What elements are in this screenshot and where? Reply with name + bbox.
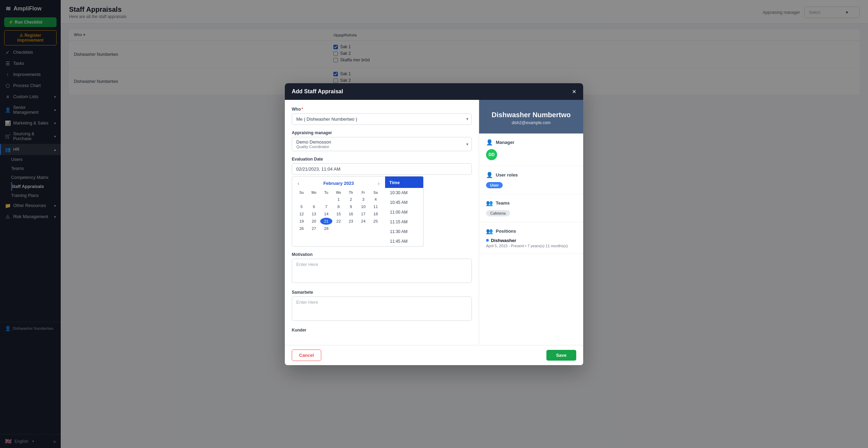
cal-day[interactable]: 18 xyxy=(369,210,382,217)
day-header: Sa xyxy=(369,190,382,196)
cal-day[interactable]: 13 xyxy=(308,210,320,217)
cal-day[interactable]: 27 xyxy=(308,225,320,232)
calendar: ‹ February 2023 › Su Mo Tu We Th Fr xyxy=(292,176,385,246)
who-select[interactable]: Me ( Dishwasher Numbertwo ) ▾ xyxy=(292,113,472,125)
cal-day[interactable]: 23 xyxy=(345,218,357,225)
position-date: April 5, 2015 - Present • 7 years(s) 11 … xyxy=(486,244,576,248)
cal-day-selected[interactable]: 21 xyxy=(320,218,332,225)
manager-section-title: 👤 Manager xyxy=(486,139,576,146)
cal-day[interactable]: 15 xyxy=(333,210,345,217)
cal-day[interactable]: 28 xyxy=(320,225,332,232)
time-item[interactable]: 10:30 AM xyxy=(385,188,423,198)
cal-day[interactable]: 26 xyxy=(296,225,308,232)
motivation-label: Motivation xyxy=(292,252,472,257)
cal-day[interactable]: 20 xyxy=(308,218,320,225)
position-name: Dishwasher xyxy=(491,238,516,243)
who-select-wrapper: Me ( Dishwasher Numbertwo ) ▾ xyxy=(292,113,472,125)
time-item[interactable]: 11:45 AM xyxy=(385,236,423,246)
modal-title: Add Staff Appraisal xyxy=(292,88,343,95)
profile-name: Dishwasher Numbertwo xyxy=(486,111,576,119)
profile-positions-section: 👥 Positions Dishwasher April 5, 2015 - P… xyxy=(479,222,583,254)
positions-section-title: 👥 Positions xyxy=(486,228,576,234)
cal-day-empty xyxy=(320,196,332,203)
appraiser-role: Quality Coordinator xyxy=(292,145,471,151)
cal-day[interactable]: 3 xyxy=(357,196,369,203)
modal-profile-panel: Dishwasher Numbertwo dish2@example.com 👤… xyxy=(479,100,583,345)
cancel-button[interactable]: Cancel xyxy=(292,350,321,361)
profile-manager-section: 👤 Manager DD xyxy=(479,133,583,166)
team-badge: Cafeteria xyxy=(486,210,510,216)
profile-roles-section: 👤 User roles User xyxy=(479,166,583,194)
cal-day[interactable]: 8 xyxy=(333,203,345,210)
who-label: Who* xyxy=(292,107,472,112)
calendar-month-label: February 2023 xyxy=(323,181,354,186)
cal-day[interactable]: 19 xyxy=(296,218,308,225)
kunder-group: Kunder xyxy=(292,328,472,333)
day-header: Fr xyxy=(357,190,369,196)
profile-teams-section: 👥 Teams Cafeteria xyxy=(479,194,583,222)
kunder-label: Kunder xyxy=(292,328,472,333)
cal-day[interactable]: 11 xyxy=(369,203,382,210)
roles-label: User roles xyxy=(496,172,518,178)
cal-day[interactable]: 25 xyxy=(369,218,382,225)
who-field-group: Who* Me ( Dishwasher Numbertwo ) ▾ xyxy=(292,107,472,125)
cal-day-empty xyxy=(357,225,369,232)
modal-form: Who* Me ( Dishwasher Numbertwo ) ▾ Appra… xyxy=(285,100,479,345)
cal-day-empty xyxy=(333,225,345,232)
appraiser-select-wrapper: Demo Demosson Quality Coordinator ▾ xyxy=(292,137,472,151)
motivation-group: Motivation xyxy=(292,252,472,284)
modal-close-button[interactable]: × xyxy=(572,88,576,95)
cal-day[interactable]: 9 xyxy=(345,203,357,210)
who-value: Me ( Dishwasher Numbertwo ) xyxy=(296,117,357,122)
time-item[interactable]: 11:15 AM xyxy=(385,217,423,227)
cal-day[interactable]: 12 xyxy=(296,210,308,217)
cal-day[interactable]: 4 xyxy=(369,196,382,203)
cal-day-empty xyxy=(308,196,320,203)
appraiser-name: Demo Demosson xyxy=(292,137,471,145)
cal-day[interactable]: 1 xyxy=(333,196,345,203)
chevron-down-icon: ▾ xyxy=(466,117,468,121)
position-dot xyxy=(486,239,489,242)
chevron-down-icon: ▾ xyxy=(466,142,468,147)
samarbete-textarea[interactable] xyxy=(292,296,472,321)
cal-day[interactable]: 7 xyxy=(320,203,332,210)
cal-day[interactable]: 24 xyxy=(357,218,369,225)
evaluation-date-group: Evaluation Date ‹ February 2023 › xyxy=(292,157,472,247)
teams-section-title: 👥 Teams xyxy=(486,200,576,206)
next-month-button[interactable]: › xyxy=(376,180,382,187)
evaluation-date-input[interactable] xyxy=(292,163,472,175)
time-item[interactable]: 10:45 AM xyxy=(385,198,423,207)
cal-day[interactable]: 16 xyxy=(345,210,357,217)
cal-day[interactable]: 6 xyxy=(308,203,320,210)
cal-day[interactable]: 10 xyxy=(357,203,369,210)
modal-overlay: Add Staff Appraisal × Who* Me ( Dishwash… xyxy=(0,0,868,448)
time-item[interactable]: 11:00 AM xyxy=(385,207,423,217)
cal-day[interactable]: 5 xyxy=(296,203,308,210)
day-header: Tu xyxy=(320,190,332,196)
manager-label: Manager xyxy=(496,140,514,145)
modal-header: Add Staff Appraisal × xyxy=(285,83,583,100)
cal-day[interactable]: 14 xyxy=(320,210,332,217)
prev-month-button[interactable]: ‹ xyxy=(296,180,301,187)
modal-body: Who* Me ( Dishwasher Numbertwo ) ▾ Appra… xyxy=(285,100,583,345)
day-header: We xyxy=(333,190,345,196)
save-button[interactable]: Save xyxy=(546,350,576,361)
cal-day[interactable]: 17 xyxy=(357,210,369,217)
appraiser-select[interactable]: Demo Demosson Quality Coordinator xyxy=(292,137,472,151)
roles-icon: 👤 xyxy=(486,172,493,178)
day-header: Su xyxy=(296,190,308,196)
cal-day[interactable]: 2 xyxy=(345,196,357,203)
teams-label: Teams xyxy=(496,200,510,206)
samarbete-group: Samarbete xyxy=(292,290,472,322)
manager-avatar: DD xyxy=(486,149,497,160)
motivation-textarea[interactable] xyxy=(292,259,472,283)
cal-day[interactable]: 22 xyxy=(333,218,345,225)
manager-icon: 👤 xyxy=(486,139,493,146)
positions-label: Positions xyxy=(496,229,516,234)
teams-icon: 👥 xyxy=(486,200,493,206)
day-header: Mo xyxy=(308,190,320,196)
calendar-header: ‹ February 2023 › xyxy=(296,180,382,187)
time-item[interactable]: 11:30 AM xyxy=(385,227,423,236)
appraising-manager-group: Appraising manager Demo Demosson Quality… xyxy=(292,130,472,151)
modal-footer: Cancel Save xyxy=(285,345,583,365)
